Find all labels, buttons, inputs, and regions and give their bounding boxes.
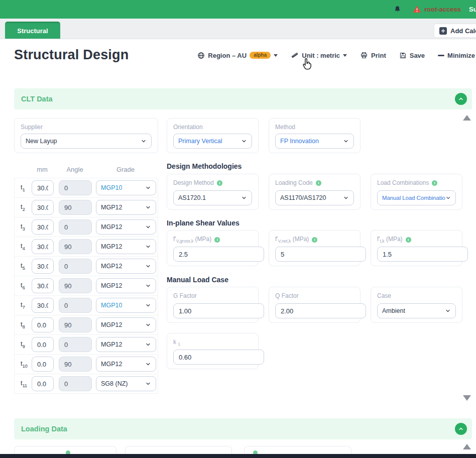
minimize-icon xyxy=(438,55,444,56)
fv-gross-input[interactable] xyxy=(173,247,264,262)
layup-table-header: mm Angle Grade xyxy=(14,166,158,177)
tab-structural-label: Structural xyxy=(17,27,48,35)
thickness-input[interactable] xyxy=(32,376,54,391)
info-icon[interactable] xyxy=(432,180,437,186)
bottom-edge-bar xyxy=(0,454,476,458)
root-access-warning[interactable]: root-access xyxy=(413,5,461,14)
q-factor-label: Q Factor xyxy=(275,292,299,299)
scroll-up-arrow[interactable] xyxy=(463,115,471,121)
angle-input xyxy=(59,180,92,195)
case-label: Case xyxy=(377,292,391,299)
grade-select[interactable]: MGP12 xyxy=(96,337,156,352)
notification-bell-icon[interactable] xyxy=(393,5,402,14)
chevron-down-icon xyxy=(145,302,151,308)
collapse-loading-button[interactable] xyxy=(455,423,467,435)
ft-k-card: f't,k (MPa) xyxy=(371,230,462,266)
thickness-input[interactable] xyxy=(32,239,54,254)
grade-select[interactable]: MGP12 xyxy=(96,278,156,293)
angle-input xyxy=(59,298,92,313)
collapse-clt-button[interactable] xyxy=(455,93,467,105)
chevron-down-icon xyxy=(145,322,151,328)
grade-select[interactable]: MGP12 xyxy=(96,259,156,274)
thickness-input[interactable] xyxy=(32,180,54,195)
layup-table-row: t6 MGP12 xyxy=(15,276,158,296)
angle-input xyxy=(59,200,92,215)
chevron-down-icon xyxy=(445,195,451,201)
fv-gross-card: f'V,gross,k (MPa) xyxy=(167,230,259,266)
design-method-select[interactable]: AS1720.1 xyxy=(173,190,252,205)
layup-table-row: t11 SG8 (NZ) xyxy=(15,374,158,393)
col-header-angle: Angle xyxy=(58,166,91,173)
save-button[interactable]: Save xyxy=(399,52,425,59)
q-factor-input[interactable] xyxy=(275,303,366,318)
thickness-input[interactable] xyxy=(32,278,54,293)
add-calculation-button[interactable]: Add Calcula xyxy=(434,24,476,38)
grade-select[interactable]: MGP12 xyxy=(96,219,156,235)
info-icon[interactable] xyxy=(217,180,222,186)
print-button[interactable]: Print xyxy=(360,51,386,59)
info-icon[interactable] xyxy=(312,237,317,243)
loading-code-select[interactable]: AS1170/AS1720 xyxy=(275,190,354,205)
info-icon[interactable] xyxy=(406,237,411,243)
angle-input xyxy=(59,219,92,235)
layup-rows: t1 MGP10 t2 MGP12 t3 MGP12 t4 xyxy=(14,178,158,394)
cursor-pointer-icon xyxy=(300,56,315,73)
grade-select[interactable]: MGP12 xyxy=(96,239,156,254)
grade-select[interactable]: SG8 (NZ) xyxy=(96,376,156,391)
k1-input[interactable] xyxy=(173,350,264,365)
app-window: root-access Su Structural Add Calcula St… xyxy=(0,0,476,458)
supplier-select[interactable]: New Layup xyxy=(21,134,152,149)
case-select[interactable]: Ambient xyxy=(377,303,456,318)
layer-label: t6 xyxy=(21,281,25,290)
load-combinations-select[interactable]: Manual Load Combination xyxy=(377,190,456,205)
orientation-select[interactable]: Primary Vertical xyxy=(173,134,252,149)
info-icon[interactable] xyxy=(214,237,220,243)
ft-k-input[interactable] xyxy=(377,247,468,262)
grade-select[interactable]: MGP10 xyxy=(96,180,156,195)
plus-icon xyxy=(439,27,447,35)
method-select[interactable]: FP Innovation xyxy=(275,134,354,149)
angle-input xyxy=(59,239,92,254)
grade-select[interactable]: MGP12 xyxy=(96,357,156,372)
layer-label: t2 xyxy=(21,203,25,212)
thickness-input[interactable] xyxy=(32,200,54,215)
col-header-mm: mm xyxy=(31,166,53,173)
chevron-down-icon xyxy=(145,185,151,191)
layer-label: t4 xyxy=(21,242,25,251)
supplier-label: Supplier xyxy=(21,124,43,131)
thickness-input[interactable] xyxy=(32,337,54,352)
thickness-input[interactable] xyxy=(32,298,54,313)
load-combinations-card: Load Combinations Manual Load Combinatio… xyxy=(371,174,462,210)
minimize-button[interactable]: Minimize xyxy=(438,52,475,59)
angle-input xyxy=(59,259,92,274)
thickness-input[interactable] xyxy=(32,317,54,332)
ft-k-label: f't,k (MPa) xyxy=(377,236,411,244)
add-calculation-label: Add Calcula xyxy=(450,27,476,35)
thickness-input[interactable] xyxy=(32,357,54,372)
scroll-up-arrow[interactable] xyxy=(463,444,471,449)
thickness-input[interactable] xyxy=(32,219,54,235)
grade-select[interactable]: MGP10 xyxy=(96,298,156,313)
g-factor-input[interactable] xyxy=(173,303,264,318)
info-icon[interactable] xyxy=(316,180,321,186)
angle-input xyxy=(59,337,92,352)
print-label: Print xyxy=(371,52,386,59)
angle-input xyxy=(59,278,92,293)
unit-dropdown[interactable]: Unit : metric xyxy=(291,51,347,59)
layup-table-row: t10 MGP12 xyxy=(15,355,158,374)
alpha-badge[interactable]: alpha xyxy=(250,52,271,59)
region-dropdown[interactable]: Region – AU alpha xyxy=(197,52,278,59)
tab-structural[interactable]: Structural xyxy=(5,22,60,39)
orientation-label: Orientation xyxy=(173,124,203,131)
root-access-label: root-access xyxy=(424,6,461,13)
fv-net-input[interactable] xyxy=(275,247,366,262)
thickness-input[interactable] xyxy=(32,259,54,274)
chevron-down-icon xyxy=(145,283,151,289)
q-factor-card: Q Factor xyxy=(269,287,361,323)
grade-select[interactable]: MGP12 xyxy=(96,317,156,332)
layup-table-row: t2 MGP12 xyxy=(15,198,158,217)
save-icon xyxy=(399,52,407,59)
scroll-down-arrow[interactable] xyxy=(463,395,471,401)
grade-select[interactable]: MGP12 xyxy=(96,200,156,215)
topbar-corner-label[interactable]: Su xyxy=(469,6,476,13)
